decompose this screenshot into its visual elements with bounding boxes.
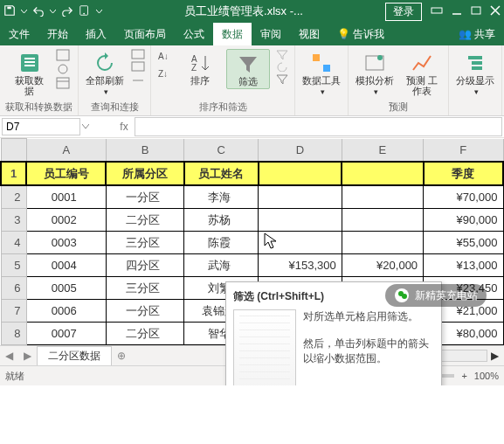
cell[interactable]: 陈霞 [184,232,259,254]
chevron-down-icon[interactable] [82,123,89,130]
tab-formulas[interactable]: 公式 [175,23,213,45]
share-button[interactable]: 👥 共享 [450,27,504,42]
whatif-button[interactable]: 模拟分析▾ [354,49,396,99]
forecast-button[interactable]: 预测 工作表 [401,49,443,98]
touch-icon[interactable] [79,4,91,19]
tab-data[interactable]: 数据 [213,23,252,45]
edit-links-icon[interactable] [131,73,145,84]
cell[interactable]: 一分区 [106,185,183,209]
cell[interactable]: 三分区 [106,232,183,254]
data-tools-button[interactable]: 数据工具▾ [300,49,342,99]
cell[interactable]: 季度 [424,162,503,185]
from-table-icon[interactable] [56,77,70,89]
tab-file[interactable]: 文件 [0,23,38,45]
col-header[interactable]: A [26,139,106,163]
tab-review[interactable]: 审阅 [252,23,290,45]
outline-button[interactable]: 分级显示▾ [454,49,496,99]
undo-icon[interactable] [32,4,45,19]
ribbon-options-icon[interactable] [431,4,443,19]
chevron-down-icon[interactable] [50,9,56,15]
close-icon[interactable] [490,5,501,18]
add-sheet-button[interactable]: ⊕ [112,350,131,362]
cell[interactable]: 四分区 [106,254,183,277]
sheet-nav-next[interactable]: ▶ [18,350,37,362]
cell[interactable]: 0006 [26,300,106,323]
cell[interactable]: 0003 [26,232,106,254]
sort-button[interactable]: AZ 排序 [179,49,221,87]
col-header[interactable]: E [342,139,423,163]
cell[interactable] [259,162,342,185]
cell[interactable] [259,185,342,209]
row-header[interactable]: 1 [1,162,26,185]
col-header[interactable]: B [106,139,183,163]
cell[interactable] [342,185,423,209]
cell[interactable]: 苏杨 [184,209,259,232]
row-header[interactable]: 6 [1,277,26,300]
tab-home[interactable]: 开始 [38,23,77,45]
scroll-right[interactable]: ▶ [491,350,499,362]
zoom-in[interactable]: + [461,371,466,381]
row-header[interactable]: 7 [1,300,26,323]
cell[interactable]: ¥90,000 [424,209,503,232]
redo-icon[interactable] [61,4,73,19]
tab-pagelayout[interactable]: 页面布局 [115,23,175,45]
name-box[interactable] [2,118,80,135]
queries-icon[interactable] [131,49,145,59]
reapply-icon[interactable] [275,61,289,72]
chevron-down-icon[interactable] [21,9,27,15]
formula-bar[interactable] [135,117,502,136]
get-data-button[interactable]: 获取数 据 [9,49,51,98]
save-icon[interactable] [3,4,16,19]
tab-tellme[interactable]: 💡 告诉我 [328,23,393,45]
tab-insert[interactable]: 插入 [77,23,115,45]
cell[interactable]: 所属分区 [106,162,183,185]
cell[interactable]: ¥153,300 [259,254,342,277]
sort-asc-icon[interactable]: A↓ [156,49,174,63]
properties-icon[interactable] [131,61,145,72]
cell[interactable]: 二分区 [106,323,183,345]
sheet-nav-prev[interactable]: ◀ [0,350,18,362]
sort-desc-icon[interactable]: Z↓ [156,66,174,80]
cell[interactable] [342,209,423,232]
zoom-level[interactable]: 100% [474,371,499,381]
minimize-icon[interactable] [452,5,462,18]
row-header[interactable]: 5 [1,254,26,277]
cell[interactable]: 0004 [26,254,106,277]
filter-button[interactable]: 筛选 [226,49,270,89]
from-text-icon[interactable] [56,49,70,61]
cell[interactable]: 0005 [26,277,106,300]
cell[interactable] [342,162,423,185]
cell[interactable]: 二分区 [106,209,183,232]
cell[interactable]: 三分区 [106,277,183,300]
select-all[interactable] [1,139,26,163]
row-header[interactable]: 3 [1,209,26,232]
maximize-icon[interactable] [471,5,481,18]
advanced-icon[interactable] [275,73,289,84]
cell[interactable]: ¥70,000 [424,185,503,209]
row-header[interactable]: 8 [1,323,26,345]
from-web-icon[interactable] [56,63,70,75]
cell[interactable] [259,209,342,232]
cell[interactable]: 0007 [26,323,106,345]
tab-view[interactable]: 视图 [290,23,328,45]
login-button[interactable]: 登录 [385,3,422,21]
col-header[interactable]: D [259,139,342,163]
cell[interactable]: ¥13,000 [424,254,503,277]
cell[interactable] [342,232,423,254]
cell[interactable]: 李海 [184,185,259,209]
row-header[interactable]: 2 [1,185,26,209]
cell[interactable]: 0001 [26,185,106,209]
row-header[interactable]: 4 [1,232,26,254]
cell[interactable]: ¥55,000 [424,232,503,254]
col-header[interactable]: F [424,139,503,163]
cell[interactable]: 武海 [184,254,259,277]
cell[interactable]: 员工编号 [26,162,106,185]
cell[interactable]: 0002 [26,209,106,232]
cell[interactable]: ¥20,000 [342,254,423,277]
col-header[interactable]: C [184,139,259,163]
fx-icon[interactable]: fx [115,121,133,133]
refresh-all-button[interactable]: 全部刷新▾ [84,49,126,99]
clear-filter-icon[interactable] [275,49,289,59]
cell[interactable]: 一分区 [106,300,183,323]
chevron-down-icon[interactable] [96,9,102,15]
